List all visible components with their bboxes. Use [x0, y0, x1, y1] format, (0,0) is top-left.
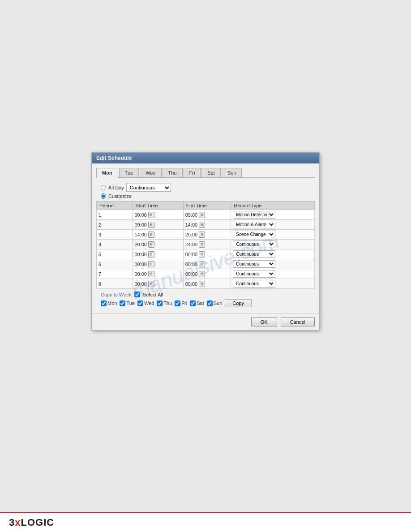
table-row: 500:00⊞00:00⊞Motion DetectionMotion & Al… — [97, 249, 315, 259]
end-time-value: 14:00 — [185, 222, 198, 227]
customize-row: Customize — [101, 193, 171, 199]
start-clock-icon[interactable]: ⊞ — [148, 281, 154, 287]
start-clock-icon[interactable]: ⊞ — [148, 271, 154, 277]
start-time-value: 20:00 — [134, 242, 147, 247]
period-cell: 4 — [97, 240, 133, 249]
day-check-tue[interactable] — [120, 300, 125, 306]
day-tabs: Mon Tue Wed Thu Fri Sat Sun — [96, 168, 315, 178]
period-cell: 2 — [97, 220, 133, 230]
schedule-table: Period Start Time End Time Record Type 1… — [96, 201, 315, 289]
copy-button[interactable]: Copy — [225, 299, 252, 307]
record-type-select[interactable]: Motion DetectionMotion & AlarmScene Chan… — [233, 211, 275, 219]
end-time-value: 00:00 — [185, 271, 198, 277]
copy-row1: Copy to Week Select All — [101, 292, 310, 297]
dialog-body: Mon Tue Wed Thu Fri Sat Sun All Day Cont… — [92, 163, 319, 313]
end-clock-icon[interactable]: ⊞ — [199, 241, 205, 248]
end-clock-icon[interactable]: ⊞ — [199, 261, 205, 267]
tab-mon[interactable]: Mon — [96, 168, 118, 178]
all-day-radio[interactable] — [101, 185, 106, 190]
all-day-dropdown[interactable]: Continuous — [126, 184, 171, 192]
record-type-select[interactable]: Motion DetectionMotion & AlarmScene Chan… — [233, 280, 275, 287]
end-clock-icon[interactable]: ⊞ — [199, 212, 205, 218]
end-clock-icon[interactable]: ⊞ — [199, 281, 205, 287]
end-time-cell: 09:00⊞ — [183, 210, 231, 220]
start-time-value: 00:00 — [134, 271, 147, 277]
end-clock-icon[interactable]: ⊞ — [199, 222, 205, 228]
start-clock-icon[interactable]: ⊞ — [148, 261, 154, 267]
tab-wed[interactable]: Wed — [140, 168, 161, 177]
cancel-button[interactable]: Cancel — [281, 317, 315, 326]
start-time-cell: 00:00⊞ — [133, 279, 183, 289]
period-cell: 5 — [97, 249, 133, 259]
start-time-cell: 09:00⊞ — [133, 220, 183, 230]
end-time-value: 20:00 — [185, 232, 198, 237]
record-type-cell: Motion DetectionMotion & AlarmScene Chan… — [231, 220, 315, 230]
day-check-fri[interactable] — [175, 300, 180, 306]
start-time-cell: 00:00⊞ — [133, 249, 183, 259]
start-clock-icon[interactable]: ⊞ — [148, 212, 154, 218]
tab-sun[interactable]: Sun — [222, 168, 242, 177]
start-time-cell: 00:00⊞ — [133, 210, 183, 220]
radio-area: All Day Continuous Customize — [96, 181, 315, 201]
tab-fri[interactable]: Fri — [184, 168, 201, 177]
logo-suffix: LOGIC — [21, 517, 55, 528]
logo: 3xLOGIC — [9, 517, 54, 528]
logo-prefix: 3 — [9, 517, 15, 528]
customize-radio[interactable] — [101, 193, 106, 199]
period-cell: 8 — [97, 279, 133, 289]
dialog-footer: OK Cancel — [92, 313, 319, 330]
end-time-value: 24:00 — [185, 242, 198, 247]
table-row: 700:00⊞00:00⊞Motion DetectionMotion & Al… — [97, 269, 315, 279]
period-cell: 7 — [97, 269, 133, 279]
record-type-select[interactable]: Motion DetectionMotion & AlarmScene Chan… — [233, 240, 275, 248]
copy-to-week-checkbox[interactable] — [134, 292, 140, 297]
record-type-select[interactable]: Motion DetectionMotion & AlarmScene Chan… — [233, 260, 275, 268]
end-time-value: 00:00 — [185, 252, 198, 257]
start-clock-icon[interactable]: ⊞ — [148, 241, 154, 248]
all-day-label: All Day — [108, 185, 124, 190]
record-type-select[interactable]: Motion DetectionMotion & AlarmScene Chan… — [233, 231, 275, 238]
record-type-cell: Motion DetectionMotion & AlarmScene Chan… — [231, 240, 315, 249]
day-label-sat: Sat — [197, 300, 204, 306]
day-check-sat[interactable] — [190, 300, 196, 306]
record-type-cell: Motion DetectionMotion & AlarmScene Chan… — [231, 269, 315, 279]
record-type-select[interactable]: Motion DetectionMotion & AlarmScene Chan… — [233, 270, 275, 278]
table-row: 600:00⊞00:00⊞Motion DetectionMotion & Al… — [97, 259, 315, 269]
start-time-value: 00:00 — [134, 252, 147, 257]
end-clock-icon[interactable]: ⊞ — [199, 251, 205, 257]
day-checkbox-sun: Sun — [207, 300, 223, 306]
record-type-cell: Motion DetectionMotion & AlarmScene Chan… — [231, 279, 315, 289]
period-cell: 3 — [97, 230, 133, 240]
tab-sat[interactable]: Sat — [201, 168, 221, 177]
day-check-wed[interactable] — [137, 300, 143, 306]
start-clock-icon[interactable]: ⊞ — [148, 222, 154, 228]
start-clock-icon[interactable]: ⊞ — [148, 251, 154, 257]
start-time-value: 14:00 — [134, 232, 147, 237]
day-check-sun[interactable] — [207, 300, 213, 306]
record-type-cell: Motion DetectionMotion & AlarmScene Chan… — [231, 259, 315, 269]
radio-group: All Day Continuous Customize — [101, 184, 171, 199]
record-type-select[interactable]: Motion DetectionMotion & AlarmScene Chan… — [233, 221, 275, 228]
end-clock-icon[interactable]: ⊞ — [199, 271, 205, 277]
day-check-mon[interactable] — [101, 300, 107, 306]
day-check-thu[interactable] — [157, 300, 163, 306]
edit-schedule-dialog: Edit Schedule Mon Tue Wed Thu Fri Sat Su… — [91, 152, 320, 330]
select-all-label: Select All — [143, 292, 163, 297]
start-time-value: 00:00 — [134, 212, 147, 218]
record-type-select[interactable]: Motion DetectionMotion & AlarmScene Chan… — [233, 250, 275, 258]
start-time-cell: 00:00⊞ — [133, 259, 183, 269]
end-clock-icon[interactable]: ⊞ — [199, 232, 205, 238]
day-checkbox-fri: Fri — [175, 300, 187, 306]
end-time-cell: 14:00⊞ — [183, 220, 231, 230]
table-row: 800:00⊞00:00⊞Motion DetectionMotion & Al… — [97, 279, 315, 289]
start-clock-icon[interactable]: ⊞ — [148, 232, 154, 238]
col-end: End Time — [183, 202, 231, 210]
day-label-mon: Mon — [107, 300, 117, 306]
copy-to-week-link[interactable]: Copy to Week — [101, 292, 132, 297]
ok-button[interactable]: OK — [251, 317, 277, 326]
end-time-cell: 00:00⊞ — [183, 269, 231, 279]
copy-row2: MonTueWedThuFriSatSunCopy — [101, 299, 310, 307]
tab-tue[interactable]: Tue — [119, 168, 139, 177]
start-time-value: 00:00 — [134, 262, 147, 267]
tab-thu[interactable]: Thu — [163, 168, 183, 177]
